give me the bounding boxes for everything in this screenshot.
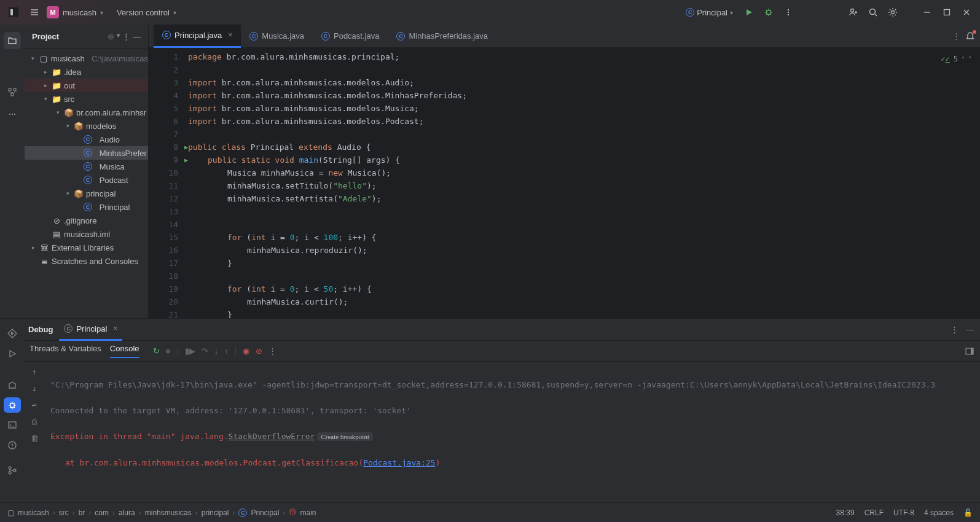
close-icon[interactable]: × — [228, 31, 232, 39]
run-gutter-icon[interactable]: ▶ — [184, 154, 188, 166]
project-name[interactable]: musicash — [63, 8, 96, 17]
tree-file-audio[interactable]: C Audio — [25, 133, 148, 146]
resume-icon[interactable]: ▮▶ — [185, 346, 195, 356]
minimize-icon[interactable] — [919, 4, 936, 21]
tree-node-src[interactable]: ▾📁src — [25, 92, 148, 106]
stack-link[interactable]: Podcast.java:25 — [363, 458, 435, 467]
scroll-to-top-icon[interactable]: ↑ — [32, 365, 37, 378]
stop-icon[interactable]: ■ — [166, 346, 171, 356]
project-tool-icon[interactable] — [4, 32, 21, 49]
hide-icon[interactable]: — — [966, 325, 974, 334]
tree-file-musica[interactable]: C Musica — [25, 160, 148, 173]
select-opened-icon[interactable]: ⊕ — [108, 32, 114, 41]
create-breakpoint-button[interactable]: Create breakpoint — [317, 432, 373, 441]
debug-tab-principal[interactable]: C Principal × — [59, 319, 122, 341]
soft-wrap-icon[interactable]: ↩ — [32, 399, 37, 411]
tree-node-modelos[interactable]: ▾📦modelos — [25, 119, 148, 133]
tree-ext-libs[interactable]: ▸🏛External Libraries — [25, 241, 148, 254]
terminal-icon[interactable] — [4, 418, 21, 433]
panel-title: Project — [32, 32, 59, 41]
tab-minhaspreferidas[interactable]: CMinhasPreferidas.java — [388, 25, 496, 48]
ide-logo-icon[interactable] — [5, 4, 22, 21]
scroll-to-end-icon[interactable]: ↓ — [32, 382, 37, 395]
tab-musica[interactable]: CMusica.java — [241, 25, 313, 48]
step-over-icon[interactable]: ↷ — [202, 346, 208, 356]
tree-node-idea[interactable]: ▸📁.idea — [25, 65, 148, 79]
inspections-widget[interactable]: ✓✓ 5 ˄˅ — [941, 53, 971, 66]
vcs-menu[interactable]: Version control — [117, 8, 170, 17]
console-tab[interactable]: Console — [110, 344, 139, 358]
project-tree[interactable]: ▾▢musicash C:\java\musicas ▸📁.idea ▸📁out… — [25, 49, 148, 318]
tree-node-pkg[interactable]: ▾📦br.com.alura.minhsr — [25, 106, 148, 119]
view-breakpoints-icon[interactable]: ◉ — [243, 346, 249, 356]
project-panel-header: Project ⊕ ▾ ⋮ — — [25, 25, 148, 49]
vcs-icon[interactable] — [4, 462, 21, 478]
console-output[interactable]: "C:\Program Files\Java\jdk-17\bin\java.e… — [44, 362, 980, 478]
mute-breakpoints-icon[interactable]: ⊘ — [256, 346, 262, 356]
debug-title: Debug — [28, 325, 53, 334]
cursor-position[interactable]: 38:39 — [836, 508, 855, 517]
readonly-icon[interactable]: 🔓 — [963, 508, 973, 517]
rerun-icon[interactable]: ↻ — [153, 346, 160, 356]
class-icon: C — [84, 176, 92, 184]
tree-node-out[interactable]: ▸📁out — [25, 79, 148, 92]
tree-scratches[interactable]: ≣Scratches and Consoles — [25, 254, 148, 268]
run-config-selector[interactable]: C Principal ▾ — [681, 6, 738, 19]
file-encoding[interactable]: UTF-8 — [893, 508, 914, 517]
maximize-icon[interactable] — [938, 4, 955, 21]
run-icon[interactable] — [740, 4, 758, 21]
search-icon[interactable] — [864, 4, 882, 21]
threads-tab[interactable]: Threads & Variables — [29, 344, 101, 358]
tree-file-principal[interactable]: C Principal — [25, 200, 148, 214]
svg-point-20 — [9, 472, 11, 474]
hide-icon[interactable]: — — [133, 32, 141, 41]
step-out-icon[interactable]: ↑ — [224, 346, 229, 356]
debug-icon[interactable] — [760, 4, 777, 21]
left-tool-rail — [0, 25, 25, 318]
breadcrumb[interactable]: ▢musicash› src› br› com› alura› minhsmus… — [7, 507, 316, 518]
code-text[interactable]: package br.com.alura.minhsmusicas.princi… — [186, 48, 980, 318]
class-icon: C — [249, 32, 258, 41]
svg-rect-12 — [11, 93, 14, 96]
tree-file-gitignore[interactable]: ⊘.gitignore — [25, 214, 148, 227]
close-icon[interactable]: × — [113, 324, 117, 333]
class-icon: C — [321, 32, 330, 41]
tab-principal[interactable]: CPrincipal.java× — [154, 25, 241, 48]
tree-file-minhas[interactable]: C MinhasPrefer — [25, 146, 148, 160]
structure-tool-icon[interactable] — [4, 84, 21, 101]
run-diamond-icon[interactable] — [4, 326, 21, 341]
tree-node-principal[interactable]: ▾📦principal — [25, 187, 148, 200]
svg-point-7 — [870, 9, 876, 15]
debug-tool-icon[interactable] — [4, 397, 21, 413]
more-icon[interactable]: ⋮ — [952, 31, 960, 41]
svg-point-14 — [12, 114, 13, 115]
more-tool-icon[interactable] — [4, 106, 21, 123]
more-icon[interactable] — [780, 4, 797, 21]
more-icon[interactable]: ⋮ — [269, 346, 276, 356]
debug-panel: Debug C Principal × ⋮ — Threads & Variab… — [0, 318, 980, 478]
layout-icon[interactable] — [965, 347, 974, 356]
chevron-down-icon[interactable]: ▾ — [117, 32, 120, 41]
indent-config[interactable]: 4 spaces — [924, 508, 954, 517]
tree-file-iml[interactable]: ▤musicash.iml — [25, 227, 148, 241]
run-icon[interactable] — [4, 346, 21, 362]
problems-icon[interactable] — [4, 438, 21, 453]
close-icon[interactable] — [958, 4, 975, 21]
main-menu-icon[interactable] — [26, 4, 43, 21]
build-icon[interactable] — [4, 378, 21, 393]
run-gutter-icon[interactable]: ▶ — [184, 141, 188, 154]
more-icon[interactable]: ⋮ — [122, 32, 130, 41]
class-icon: C — [84, 135, 92, 144]
tree-file-podcast[interactable]: C Podcast — [25, 173, 148, 187]
code-editor[interactable]: ✓✓ 5 ˄˅ 1 2 3 4 5 6 7 8▶ 9▶ 10 11 12 13 … — [149, 48, 980, 318]
tab-podcast[interactable]: CPodcast.java — [313, 25, 388, 48]
print-icon[interactable]: ⎙ — [32, 415, 37, 428]
step-into-icon[interactable]: ↓ — [214, 346, 219, 356]
line-separator[interactable]: CRLF — [864, 508, 884, 517]
code-with-me-icon[interactable] — [845, 4, 862, 21]
more-icon[interactable]: ⋮ — [951, 325, 958, 334]
settings-icon[interactable] — [884, 4, 901, 21]
clear-icon[interactable]: 🗑 — [31, 432, 39, 445]
notifications-icon[interactable] — [965, 31, 975, 41]
tree-root[interactable]: ▾▢musicash C:\java\musicas — [25, 52, 148, 65]
